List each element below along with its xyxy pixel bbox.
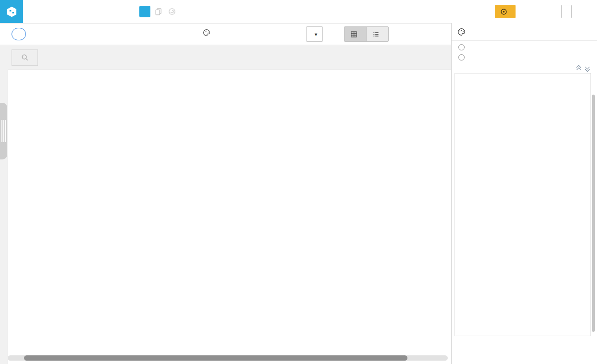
app-window: ▾ [0,0,615,364]
radio-icon[interactable] [458,54,465,61]
view-table-button[interactable] [344,27,366,41]
top-header-bar [0,0,615,24]
explore-toolbar: ▾ [0,23,451,45]
horizontal-scrollbar[interactable] [8,355,448,361]
display-dropdown-button[interactable]: ▾ [306,26,323,42]
actions-button[interactable] [561,5,572,18]
search-icon [21,54,29,61]
palette-icon [203,29,210,36]
gdpr-badge [139,6,150,17]
right-icon-strip [597,0,615,364]
data-table [8,70,451,364]
add-condition-button[interactable] [455,74,590,89]
rule-group [455,73,591,336]
parent-recipe-button[interactable] [495,5,516,18]
conditions-header [456,63,590,73]
left-drawer-handle[interactable] [0,103,7,159]
columns-list-icon [373,31,379,37]
colored-by-label [203,29,217,36]
radio-by-scale[interactable] [458,42,468,52]
radio-icon[interactable] [458,44,465,50]
search-input[interactable] [12,49,38,66]
panel-header [452,23,597,41]
dataset-grid-area [0,45,451,364]
dataset-logo-icon[interactable] [0,0,23,23]
copy-icon[interactable] [155,8,162,15]
palette-icon [457,28,466,36]
table-grid-icon [351,31,357,37]
recipe-icon [500,8,507,15]
view-columns-button[interactable] [366,27,388,41]
horizontal-scrollbar-thumb[interactable] [24,355,407,361]
radio-by-meaning-validity[interactable] [458,52,468,62]
sample-settings-button[interactable] [12,28,26,40]
view-switcher [344,26,389,42]
expand-all-icon[interactable] [585,65,590,71]
conditional-formatting-panel [451,23,597,364]
status-circle-icon[interactable] [168,8,176,15]
caret-down-icon: ▾ [315,32,317,37]
panel-scrollbar[interactable] [592,95,595,332]
collapse-all-icon[interactable] [576,65,582,71]
